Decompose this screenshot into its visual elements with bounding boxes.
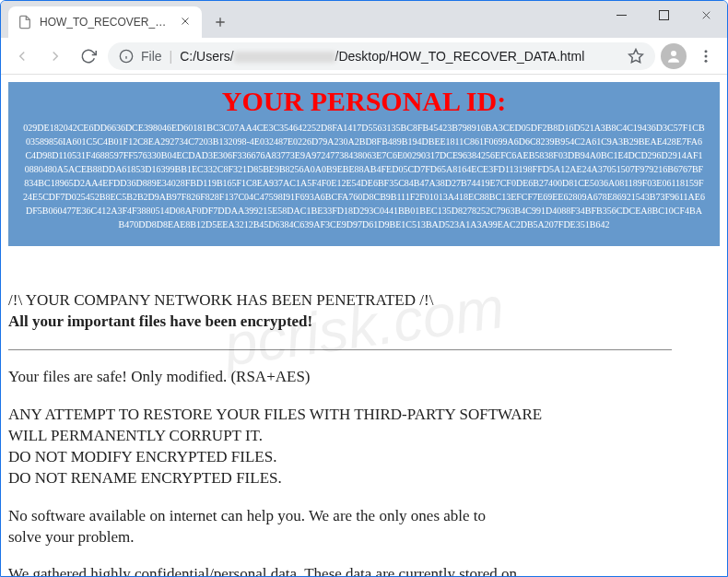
close-window-button[interactable]	[685, 1, 727, 29]
modify-line: DO NOT MODIFY ENCRYPTED FILES.	[8, 447, 672, 468]
file-icon	[18, 15, 32, 29]
safe-line: Your files are safe! Only modified. (RSA…	[8, 367, 672, 388]
banner-title: YOUR PERSONAL ID:	[19, 86, 709, 117]
svg-rect-5	[659, 10, 668, 19]
personal-id-hex: 029DE182042CE6DD6636DCE398046ED60181BC3C…	[23, 121, 705, 231]
forward-button[interactable]	[41, 42, 69, 70]
menu-button[interactable]	[692, 42, 720, 70]
svg-marker-11	[629, 49, 643, 62]
penetrated-line: /!\ YOUR COMPANY NETWORK HAS BEEN PENETR…	[8, 290, 672, 312]
avatar[interactable]	[661, 43, 687, 69]
rename-line: DO NOT RENAME ENCRYPTED FILES.	[8, 468, 672, 489]
window-controls	[600, 1, 727, 30]
close-icon[interactable]	[180, 16, 193, 29]
redacted-segment	[234, 52, 335, 63]
bookmark-icon[interactable]	[628, 48, 644, 65]
browser-tab[interactable]: HOW_TO_RECOVER_DATA.html	[8, 6, 202, 38]
maximize-button[interactable]	[642, 1, 685, 29]
tab-title: HOW_TO_RECOVER_DATA.html	[40, 16, 172, 29]
back-button[interactable]	[8, 42, 36, 70]
address-bar[interactable]: File | C:/Users//Desktop/HOW_TO_RECOVER_…	[108, 42, 655, 70]
encrypted-line: All your important files have been encry…	[8, 312, 672, 333]
page-content: pcrisk.com YOUR PERSONAL ID: 029DE182042…	[1, 75, 727, 577]
titlebar: HOW_TO_RECOVER_DATA.html	[1, 1, 727, 38]
svg-rect-4	[616, 15, 627, 16]
minimize-button[interactable]	[600, 1, 642, 29]
reload-button[interactable]	[75, 42, 102, 70]
toolbar: File | C:/Users//Desktop/HOW_TO_RECOVER_…	[1, 38, 727, 75]
new-tab-button[interactable]	[207, 9, 233, 35]
svg-point-12	[671, 51, 676, 56]
help-line-2: solve your problem.	[8, 527, 672, 548]
svg-point-14	[705, 54, 708, 57]
svg-point-13	[705, 50, 708, 53]
info-icon	[119, 49, 134, 64]
attempt-line-1: ANY ATTEMPT TO RESTORE YOUR FILES WITH T…	[8, 405, 672, 426]
message-body: /!\ YOUR COMPANY NETWORK HAS BEEN PENETR…	[8, 290, 672, 577]
divider	[8, 349, 672, 350]
help-line-1: No software available on internet can he…	[8, 506, 672, 527]
svg-point-15	[705, 59, 708, 62]
url-path: C:/Users//Desktop/HOW_TO_RECOVER_DATA.ht…	[180, 49, 584, 64]
gathered-line-1: We gathered highly confidential/personal…	[8, 564, 672, 577]
url-scheme: File	[141, 49, 162, 64]
personal-id-banner: YOUR PERSONAL ID: 029DE182042CE6DD6636DC…	[8, 82, 720, 246]
attempt-line-2: WILL PERMANENTLY CORRUPT IT.	[8, 426, 672, 447]
